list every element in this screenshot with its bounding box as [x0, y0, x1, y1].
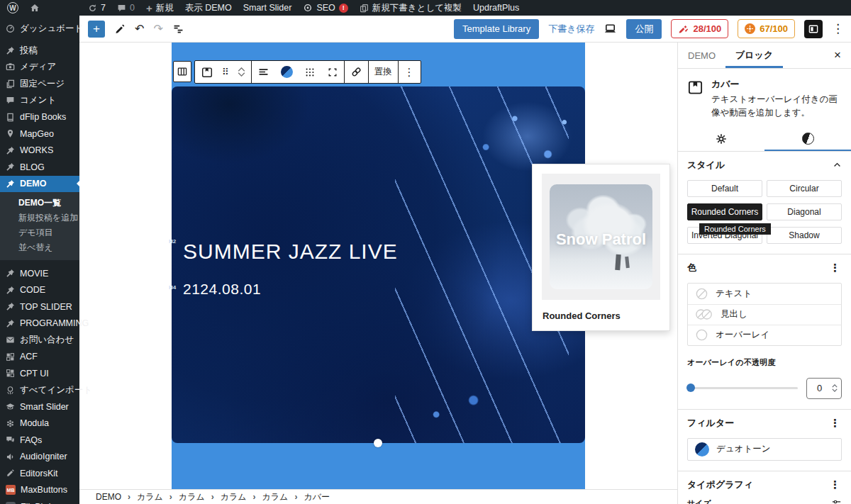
- wordpress-logo-icon[interactable]: W: [7, 2, 18, 13]
- content-position-button[interactable]: [299, 61, 321, 83]
- new-content-menu[interactable]: + 新規: [146, 2, 174, 14]
- sidebar-item-audioigniter[interactable]: AudioIgniter: [0, 449, 79, 466]
- redo-button[interactable]: ↷: [153, 23, 162, 35]
- smart-slider-menu[interactable]: Smart Slider: [243, 3, 292, 13]
- sidebar-item-comments[interactable]: コメント: [0, 92, 79, 109]
- publish-button[interactable]: 公開: [626, 19, 662, 39]
- maxbuttons-icon: MB: [6, 485, 16, 495]
- comments-indicator[interactable]: 0: [117, 3, 135, 13]
- full-height-button[interactable]: [321, 61, 344, 83]
- opacity-slider[interactable]: [687, 387, 798, 389]
- sidebar-item-contact[interactable]: お問い合わせ: [0, 332, 79, 349]
- settings-sidebar-toggle[interactable]: [804, 20, 823, 38]
- typography-options-button[interactable]: ⋮: [828, 479, 842, 490]
- drag-handle[interactable]: ⠿: [219, 61, 232, 83]
- block-movers[interactable]: [232, 61, 251, 83]
- size-options-icon[interactable]: [831, 498, 842, 504]
- undo-button[interactable]: ↶: [135, 23, 144, 35]
- submenu-demo-list[interactable]: DEMO一覧: [0, 196, 79, 211]
- link-button[interactable]: [345, 61, 368, 83]
- options-menu-button[interactable]: ⋮: [832, 23, 844, 35]
- text-color-setting[interactable]: テキスト: [688, 284, 841, 304]
- filter-panel: フィルター ⋮ デュオトーン: [678, 410, 851, 471]
- alignment-button[interactable]: [252, 61, 275, 83]
- breadcrumb-item[interactable]: カラム: [221, 491, 262, 503]
- close-sidebar-button[interactable]: ×: [824, 43, 851, 68]
- tab-document[interactable]: DEMO: [678, 43, 725, 68]
- tab-styles[interactable]: [764, 127, 851, 151]
- style-diagonal-button[interactable]: Diagonal: [767, 203, 842, 220]
- style-shadow-button[interactable]: Shadow: [767, 227, 842, 244]
- style-circular-button[interactable]: Circular: [767, 180, 842, 197]
- breadcrumb-item[interactable]: DEMO: [96, 492, 137, 502]
- sidebar-item-editorskit[interactable]: EditorsKit: [0, 465, 79, 482]
- seo-menu[interactable]: SEO !: [303, 3, 347, 13]
- seo-score-badge[interactable]: 67/100: [738, 19, 795, 38]
- sidebar-item-mapgeo[interactable]: MapGeo: [0, 125, 79, 142]
- duotone-setting[interactable]: デュオトーン: [687, 438, 842, 461]
- cover-block-image[interactable]: [172, 86, 585, 443]
- duplicate-draft-link[interactable]: 新規下書きとして複製: [360, 2, 462, 14]
- site-home-link[interactable]: [30, 3, 40, 13]
- save-draft-button[interactable]: 下書き保存: [548, 23, 594, 35]
- breadcrumb-item[interactable]: カラム: [262, 491, 304, 503]
- sidebar-item-media[interactable]: メディア: [0, 59, 79, 76]
- sidebar-item-posts[interactable]: 投稿: [0, 43, 79, 60]
- view-post-link[interactable]: 表示 DEMO: [185, 2, 232, 14]
- replace-media-button[interactable]: 置換: [369, 61, 398, 83]
- updraft-label: UpdraftPlus: [473, 3, 519, 13]
- sidebar-item-movie[interactable]: MOVIE: [0, 265, 79, 282]
- style-rounded-corners-button[interactable]: Rounded Corners: [687, 203, 762, 220]
- updraft-menu[interactable]: UpdraftPlus: [473, 3, 519, 13]
- breadcrumb-item[interactable]: カラム: [137, 491, 179, 503]
- sidebar-item-programming[interactable]: PROGRAMMING: [0, 315, 79, 332]
- color-options-button[interactable]: ⋮: [828, 262, 842, 273]
- edit-mode-button[interactable]: [114, 23, 126, 35]
- cover-date[interactable]: 2124.08.01: [183, 281, 261, 298]
- list-view-button[interactable]: [172, 23, 184, 35]
- heading-color-setting[interactable]: 見出し: [688, 304, 841, 325]
- sidebar-item-filebird[interactable]: FileBird: [0, 498, 79, 504]
- style-default-button[interactable]: Default: [687, 180, 762, 197]
- submenu-reorder[interactable]: 並べ替え: [0, 240, 79, 255]
- tab-settings[interactable]: [678, 127, 764, 151]
- opacity-slider-handle[interactable]: [686, 383, 695, 392]
- breadcrumb-item-current[interactable]: カバー: [304, 491, 330, 503]
- sidebar-item-faqs[interactable]: FAQs: [0, 432, 79, 449]
- submenu-demo-items[interactable]: デモ項目: [0, 225, 79, 240]
- sidebar-item-blog[interactable]: BLOG: [0, 159, 79, 176]
- cover-block-button[interactable]: [195, 61, 219, 83]
- sidebar-item-maxbuttons[interactable]: MB MaxButtons: [0, 482, 79, 499]
- block-inserter-button[interactable]: +: [88, 21, 105, 38]
- submenu-add-new[interactable]: 新規投稿を追加: [0, 211, 79, 225]
- breadcrumb-item[interactable]: カラム: [179, 491, 221, 503]
- preview-device-button[interactable]: [604, 22, 617, 35]
- tab-block[interactable]: ブロック: [725, 43, 783, 68]
- sidebar-item-works[interactable]: WORKS: [0, 142, 79, 159]
- sidebar-item-smart-slider[interactable]: Smart Slider: [0, 398, 79, 415]
- opacity-stepper[interactable]: [832, 384, 838, 392]
- sidebar-item-pages[interactable]: 固定ページ: [0, 76, 79, 93]
- sidebar-item-dashboard[interactable]: ダッシュボード: [0, 21, 79, 38]
- sidebar-item-demo[interactable]: DEMO: [0, 176, 79, 193]
- content-score-badge[interactable]: 28/100: [671, 19, 728, 38]
- cover-heading[interactable]: SUMMER JAZZ LIVE: [183, 240, 398, 264]
- opacity-input[interactable]: 0: [806, 378, 842, 399]
- sidebar-item-top-slider[interactable]: TOP SLIDER: [0, 298, 79, 315]
- updates-indicator[interactable]: 7: [88, 3, 106, 13]
- overlay-color-setting[interactable]: オーバーレイ: [688, 325, 841, 345]
- sidebar-item-acf[interactable]: ACF: [0, 349, 79, 366]
- chevron-up-icon[interactable]: [833, 160, 842, 169]
- sidebar-item-dflip[interactable]: dFlip Books: [0, 109, 79, 126]
- select-parent-block-button[interactable]: [173, 61, 191, 82]
- cover-resize-handle[interactable]: [374, 439, 382, 447]
- sidebar-item-modula[interactable]: Modula: [0, 415, 79, 432]
- sidebar-item-import[interactable]: すべてインポート: [0, 382, 79, 399]
- filter-options-button[interactable]: ⋮: [828, 418, 842, 428]
- sidebar-item-cptui[interactable]: CPT UI: [0, 365, 79, 382]
- template-library-button[interactable]: Template Library: [454, 19, 539, 39]
- block-options-button[interactable]: ⋮: [399, 61, 421, 83]
- sidebar-item-code[interactable]: CODE: [0, 282, 79, 299]
- h4-level-marker: H4: [169, 284, 176, 291]
- duotone-filter-button[interactable]: [275, 61, 299, 83]
